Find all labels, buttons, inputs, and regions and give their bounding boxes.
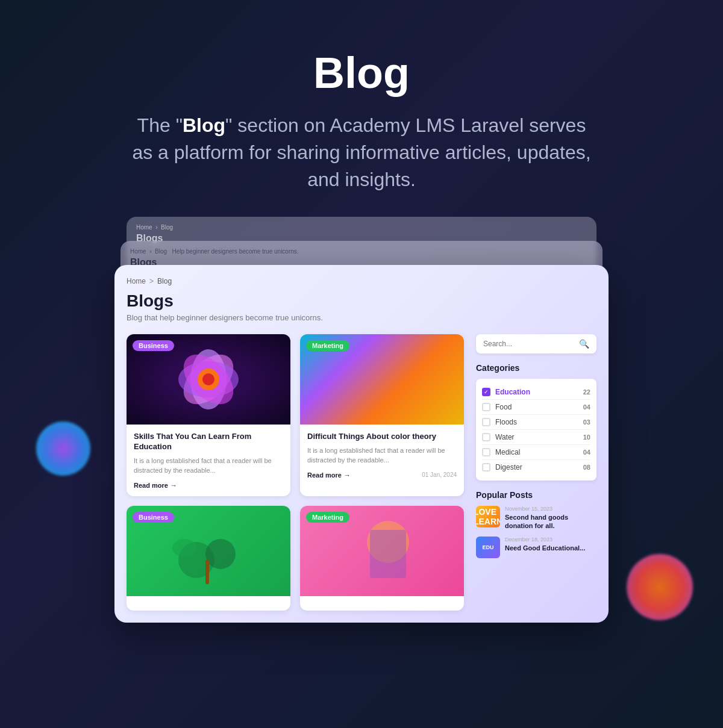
category-item-digester[interactable]: Digester 08 — [482, 460, 590, 474]
subtitle-bold: Blog — [183, 114, 225, 136]
back2-breadcrumb: Home › Blog — [136, 224, 587, 231]
svg-point-5 — [202, 373, 214, 385]
post-2-body: Difficult Things About color theory It i… — [300, 425, 464, 486]
popular-post-1-info: November 15, 2023 Second hand goods dona… — [505, 506, 596, 530]
category-checkbox-water[interactable] — [482, 433, 490, 441]
post-1-title: Skills That You Can Learn From Education — [134, 432, 283, 452]
post-3-body — [127, 596, 290, 611]
category-count-medical: 04 — [583, 449, 590, 456]
back1-breadcrumb: Home › Blog Help beginner designers beco… — [130, 248, 593, 255]
hero-title: Blog — [0, 48, 723, 98]
post-image-2: Marketing — [300, 334, 464, 425]
category-item-water[interactable]: Water 10 — [482, 430, 590, 445]
svg-point-7 — [205, 539, 236, 569]
category-item-medical[interactable]: Medical 04 — [482, 445, 590, 460]
post-2-read-more[interactable]: Read more → — [307, 471, 351, 479]
category-item-education[interactable]: Education 22 — [482, 385, 590, 400]
popular-post-2[interactable]: EDU December 18, 2023 Need Good Educatio… — [476, 537, 596, 558]
post-1-read-more[interactable]: Read more → — [134, 482, 177, 489]
popular-post-2-title: Need Good Educational... — [505, 544, 596, 552]
category-checkbox-digester[interactable] — [482, 463, 490, 471]
svg-rect-8 — [205, 560, 209, 584]
post-image-3: Business — [127, 506, 290, 596]
page-subtitle: Blog that help beginner designers become… — [127, 313, 596, 322]
popular-post-1-title: Second hand goods donation for all. — [505, 513, 596, 530]
breadcrumb: Home > Blog — [127, 277, 596, 285]
category-list: Education 22 Food 04 Floods 03 — [476, 379, 596, 481]
post-image-4: Marketing — [300, 506, 464, 596]
popular-posts-title: Popular Posts — [476, 490, 596, 500]
main-browser-window: Home > Blog Blogs Blog that help beginne… — [114, 265, 609, 623]
popular-post-2-date: December 18, 2023 — [505, 537, 596, 543]
post-2-title: Difficult Things About color theory — [307, 432, 457, 442]
sidebar: 🔍 Categories Education 22 Food 04 — [476, 334, 596, 611]
category-item-food[interactable]: Food 04 — [482, 400, 590, 415]
blob-right — [627, 554, 693, 620]
category-checkbox-medical[interactable] — [482, 448, 490, 456]
post-2-date: 01 Jan, 2024 — [422, 471, 457, 478]
post-1-footer: Read more → — [134, 482, 283, 489]
category-count-digester: 08 — [583, 464, 590, 471]
main-layout: Business Skills That You Can Learn From … — [127, 334, 596, 611]
post-1-excerpt: It is a long established fact that a rea… — [134, 456, 283, 476]
post-2-excerpt: It is a long established fact that a rea… — [307, 446, 457, 465]
category-count-education: 22 — [583, 388, 590, 396]
popular-post-1-thumb: LOVELEARN — [476, 506, 500, 527]
category-name-education: Education — [495, 388, 578, 396]
post-1-body: Skills That You Can Learn From Education… — [127, 425, 290, 496]
post-card-4[interactable]: Marketing — [300, 506, 464, 611]
category-checkbox-food[interactable] — [482, 403, 490, 411]
post-2-footer: Read more → 01 Jan, 2024 — [307, 471, 457, 479]
post-card-3[interactable]: Business — [127, 506, 290, 611]
category-count-floods: 03 — [583, 418, 590, 426]
popular-post-2-info: December 18, 2023 Need Good Educational.… — [505, 537, 596, 552]
search-input[interactable] — [483, 340, 579, 348]
category-checkbox-floods[interactable] — [482, 418, 490, 426]
category-checkbox-education[interactable] — [482, 388, 490, 396]
posts-grid: Business Skills That You Can Learn From … — [127, 334, 464, 611]
category-count-food: 04 — [583, 403, 590, 411]
post-image-1: Business — [127, 334, 290, 425]
popular-post-2-thumb-img: EDU — [476, 537, 500, 558]
category-name-floods: Floods — [495, 418, 578, 426]
post-4-badge: Marketing — [306, 512, 349, 523]
popular-posts-section: Popular Posts LOVELEARN November 15, 202… — [476, 490, 596, 558]
search-box[interactable]: 🔍 — [476, 334, 596, 353]
post-3-badge: Business — [133, 512, 174, 523]
svg-rect-11 — [370, 530, 406, 578]
subtitle-before: The " — [137, 114, 183, 136]
category-name-water: Water — [495, 433, 578, 441]
hero-subtitle: The "Blog" section on Academy LMS Larave… — [127, 112, 596, 193]
popular-post-1-thumb-img: LOVELEARN — [476, 506, 500, 527]
page-title: Blogs — [127, 291, 596, 311]
blob-left — [36, 422, 90, 476]
breadcrumb-separator: > — [149, 277, 154, 285]
category-count-water: 10 — [583, 434, 590, 441]
svg-point-9 — [172, 539, 196, 557]
category-name-food: Food — [495, 403, 578, 411]
category-name-medical: Medical — [495, 448, 578, 456]
category-item-floods[interactable]: Floods 03 — [482, 415, 590, 430]
post-4-body — [300, 596, 464, 611]
breadcrumb-home[interactable]: Home — [127, 277, 146, 285]
post-1-badge: Business — [133, 340, 174, 351]
breadcrumb-current: Blog — [157, 277, 172, 285]
category-name-digester: Digester — [495, 463, 578, 471]
search-icon: 🔍 — [579, 339, 589, 349]
popular-post-1-date: November 15, 2023 — [505, 506, 596, 512]
post-card-2[interactable]: Marketing Difficult Things About color t… — [300, 334, 464, 496]
post-card-1[interactable]: Business Skills That You Can Learn From … — [127, 334, 290, 496]
popular-post-1[interactable]: LOVELEARN November 15, 2023 Second hand … — [476, 506, 596, 530]
hero-section: Blog The "Blog" section on Academy LMS L… — [0, 0, 723, 217]
popular-post-2-thumb: EDU — [476, 537, 500, 558]
categories-title: Categories — [476, 363, 596, 373]
post-2-badge: Marketing — [306, 340, 349, 351]
